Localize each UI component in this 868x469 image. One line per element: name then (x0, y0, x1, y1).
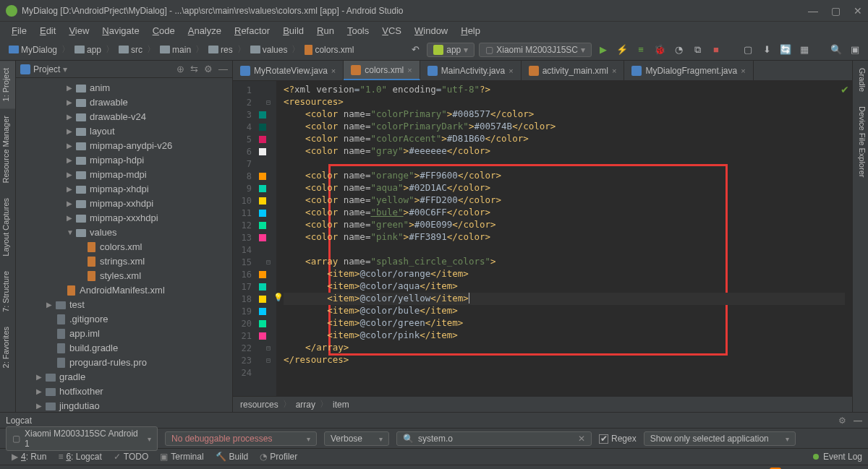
run-config-selector[interactable]: app▾ (427, 43, 475, 57)
nav-back-button[interactable]: ↶ (408, 43, 422, 57)
project-collapse-icon[interactable]: ⇆ (190, 64, 198, 74)
tree-item[interactable]: ▶mipmap-anydpi-v26 (16, 139, 232, 153)
logcat-level-selector[interactable]: Verbose▾ (324, 431, 389, 446)
tree-item[interactable]: ▶anim (16, 81, 232, 95)
close-tab-icon[interactable]: × (612, 66, 616, 75)
left-rail-tab[interactable]: 1: Project (0, 61, 15, 108)
tree-item[interactable]: ▶gradle (16, 370, 232, 384)
right-rail-tab[interactable]: Device File Explorer (853, 99, 868, 184)
tree-item[interactable]: colors.xml (16, 240, 232, 254)
menu-build[interactable]: Build (277, 24, 310, 38)
tree-item[interactable]: styles.xml (16, 269, 232, 283)
editor-tab[interactable]: colors.xml× (344, 61, 420, 80)
tree-item[interactable]: ▶mipmap-mdpi (16, 168, 232, 182)
breadcrumb-item[interactable]: values (247, 44, 291, 56)
project-view-selector[interactable]: Project ▾ (20, 64, 67, 74)
breadcrumb-item[interactable]: main (157, 44, 194, 56)
logcat-regex-checkbox[interactable]: ✔Regex (599, 434, 637, 444)
editor-tab[interactable]: activity_main.xml× (522, 61, 625, 80)
menu-code[interactable]: Code (147, 24, 181, 38)
tree-item[interactable]: ▶layout (16, 124, 232, 139)
structure-button[interactable]: ▦ (797, 43, 812, 57)
avd-button[interactable]: ▢ (741, 43, 755, 57)
project-tree[interactable]: ▶anim▶drawable▶drawable-v24▶layout▶mipma… (16, 78, 232, 412)
menu-run[interactable]: Run (311, 24, 340, 38)
project-target-icon[interactable]: ⊕ (176, 64, 184, 74)
tree-item[interactable]: ▶mipmap-xxxhdpi (16, 211, 232, 225)
breadcrumb-item[interactable]: colors.xml (302, 44, 357, 56)
apply-changes-button[interactable]: ⚡ (615, 43, 629, 57)
tree-item[interactable]: ▶mipmap-xxhdpi (16, 197, 232, 211)
close-tab-icon[interactable]: × (407, 66, 412, 74)
sdk-button[interactable]: ⬇ (760, 43, 774, 57)
bottom-tab[interactable]: ▶4: Run (6, 452, 52, 462)
menu-analyze[interactable]: Analyze (182, 24, 227, 38)
debug-button[interactable]: 🐞 (652, 43, 667, 57)
editor-tab[interactable]: MyRotateView.java× (233, 61, 344, 80)
inspection-ok-icon[interactable]: ✔ (841, 84, 849, 95)
menu-view[interactable]: View (63, 24, 95, 38)
close-tab-icon[interactable]: × (741, 66, 745, 75)
settings-button[interactable]: ▣ (848, 43, 862, 57)
tree-item[interactable]: ▶drawable (16, 95, 232, 110)
logcat-hide-icon[interactable]: — (854, 416, 862, 426)
menu-refactor[interactable]: Refactor (229, 24, 276, 38)
tree-item[interactable]: AndroidManifest.xml (16, 283, 232, 298)
bottom-tab[interactable]: 🔨Build (210, 452, 255, 462)
attach-button[interactable]: ⧉ (690, 43, 705, 57)
project-settings-icon[interactable]: ⚙ (204, 64, 213, 74)
breadcrumb-item[interactable]: res (205, 44, 236, 56)
apply-code-button[interactable]: ≡ (634, 43, 648, 57)
logcat-process-selector[interactable]: No debuggable processes▾ (165, 431, 317, 446)
tree-item[interactable]: strings.xml (16, 254, 232, 269)
maximize-button[interactable]: ▢ (831, 5, 841, 17)
menu-edit[interactable]: Edit (34, 24, 61, 38)
event-log-button[interactable]: Event Log (823, 452, 862, 462)
menu-file[interactable]: File (6, 24, 33, 38)
close-tab-icon[interactable]: × (331, 66, 336, 75)
left-rail-tab[interactable]: Resource Manager (0, 108, 15, 191)
tree-item[interactable]: proguard-rules.pro (16, 356, 232, 370)
left-rail-tab[interactable]: 7: Structure (0, 264, 15, 319)
menu-tools[interactable]: Tools (341, 24, 375, 38)
sync-button[interactable]: 🔄 (778, 43, 793, 57)
search-button[interactable]: 🔍 (829, 43, 843, 57)
profiler-button[interactable]: ◔ (671, 43, 686, 57)
left-rail-tab[interactable]: Layout Captures (0, 191, 15, 264)
project-hide-icon[interactable]: — (218, 64, 228, 74)
tree-item[interactable]: build.gradle (16, 341, 232, 356)
code-editor[interactable]: 12⊟3456789101112131415⊟16171819202122⊟23… (233, 81, 852, 396)
tree-item[interactable]: ▶hotfixother (16, 384, 232, 399)
breadcrumb-item[interactable]: MyDialog (6, 44, 60, 56)
tree-item[interactable]: ▶test (16, 298, 232, 312)
minimize-button[interactable]: — (808, 5, 818, 17)
menu-window[interactable]: Window (409, 24, 454, 38)
bottom-tab[interactable]: ≡6: Logcat (52, 452, 107, 462)
editor-crumb-item[interactable]: resources (240, 400, 278, 410)
editor-tab[interactable]: MyDialogFragment.java× (624, 61, 753, 80)
close-tab-icon[interactable]: × (509, 66, 513, 75)
tree-item[interactable]: app.iml (16, 327, 232, 341)
logcat-settings-icon[interactable]: ⚙ (838, 416, 846, 426)
breadcrumb-item[interactable]: app (72, 44, 104, 56)
run-button[interactable]: ▶ (596, 43, 610, 57)
bottom-tab[interactable]: ✓TODO (108, 452, 154, 462)
logcat-search-input[interactable]: 🔍system.o✕ (396, 431, 592, 446)
left-rail-tab[interactable]: 2: Favorites (0, 319, 15, 375)
tree-item[interactable]: ▶mipmap-hdpi (16, 153, 232, 168)
menu-vcs[interactable]: VCS (376, 24, 407, 38)
bottom-tab[interactable]: ◔Profiler (254, 452, 303, 462)
bottom-tab[interactable]: ▣Terminal (154, 452, 209, 462)
editor-crumb-item[interactable]: array (296, 400, 315, 410)
breadcrumb-item[interactable]: src (116, 44, 145, 56)
tree-item[interactable]: ▶jingdutiao (16, 399, 232, 412)
menu-navigate[interactable]: Navigate (96, 24, 145, 38)
tree-item[interactable]: .gitignore (16, 312, 232, 327)
tree-item[interactable]: ▶drawable-v24 (16, 110, 232, 124)
stop-button[interactable]: ■ (709, 43, 723, 57)
editor-tab[interactable]: MainActivity.java× (420, 61, 522, 80)
logcat-filter-selector[interactable]: Show only selected application▾ (644, 431, 796, 446)
logcat-device-selector[interactable]: ▢Xiaomi M2003J15SC Android 1▾ (6, 426, 158, 451)
tree-item[interactable]: ▶mipmap-xhdpi (16, 182, 232, 197)
clear-icon[interactable]: ✕ (578, 434, 585, 444)
